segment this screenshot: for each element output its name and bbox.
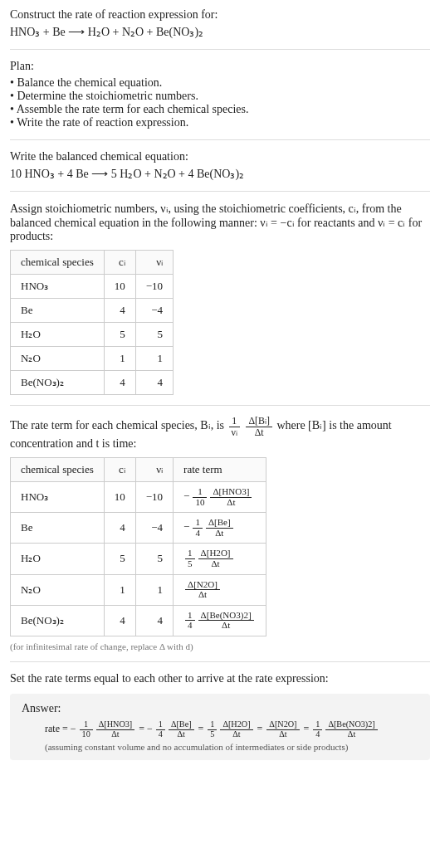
cell-ci: 1 (104, 574, 135, 605)
assign-section: Assign stoichiometric numbers, νᵢ, using… (10, 202, 430, 395)
cell-species: H₂O (11, 323, 105, 347)
table-row: Be4−4 (11, 299, 174, 323)
fraction: 15 (185, 549, 195, 568)
cell-species: N₂O (11, 347, 105, 371)
fraction: 14 (193, 518, 203, 538)
prompt-equation: HNO₃ + Be ⟶ H₂O + N₂O + Be(NO₃)₂ (10, 25, 430, 39)
cell-ci: 5 (104, 544, 135, 574)
cell-vi: 4 (135, 605, 173, 636)
fraction: Δ[HNO3]Δt (96, 720, 135, 739)
th-vi: νᵢ (135, 251, 173, 275)
balanced-heading: Write the balanced chemical equation: (10, 150, 430, 163)
fraction: 14 (185, 611, 195, 631)
rateterm-pre: The rate term for each chemical species,… (10, 419, 227, 432)
fraction: Δ[Be]Δt (169, 720, 194, 739)
fraction: Δ[H2O]Δt (220, 720, 252, 739)
divider (10, 49, 430, 50)
cell-species: N₂O (11, 574, 105, 605)
answer-equation: rate = −110Δ[HNO3]Δt = −14Δ[Be]Δt = 15Δ[… (22, 720, 418, 739)
final-heading: Set the rate terms equal to each other t… (10, 672, 430, 685)
fraction: 14 (313, 720, 322, 739)
fraction: Δ[H2O]Δt (198, 549, 233, 568)
plan-section: Plan: • Balance the chemical equation. •… (10, 60, 430, 129)
fraction: 110 (80, 720, 93, 739)
table-row: Be4−4−14Δ[Be]Δt (11, 513, 266, 544)
cell-ci: 4 (104, 513, 135, 544)
divider (10, 405, 430, 406)
cell-rate-term: −14Δ[Be]Δt (174, 513, 266, 544)
table-row: N₂O11 (11, 347, 174, 371)
rateterm-section: The rate term for each chemical species,… (10, 416, 430, 651)
cell-rate-term: 15Δ[H2O]Δt (174, 544, 266, 574)
rate-term-table: chemical species cᵢ νᵢ rate term HNO₃10−… (10, 457, 266, 636)
divider (10, 139, 430, 140)
cell-vi: 4 (135, 371, 173, 395)
divider (10, 661, 430, 662)
cell-species: Be(NO₃)₂ (11, 371, 105, 395)
table-row: N₂O11Δ[N2O]Δt (11, 574, 266, 605)
answer-box: Answer: rate = −110Δ[HNO3]Δt = −14Δ[Be]Δ… (10, 694, 430, 760)
fraction: 14 (156, 720, 165, 739)
answer-note: (assuming constant volume and no accumul… (22, 742, 418, 752)
cell-vi: 1 (135, 574, 173, 605)
assign-text: Assign stoichiometric numbers, νᵢ, using… (10, 202, 430, 243)
cell-ci: 10 (104, 482, 135, 513)
th-species: chemical species (11, 458, 105, 482)
table-row: Be(NO₃)₂44 (11, 371, 174, 395)
fraction: 15 (208, 720, 217, 739)
plan-item: • Write the rate of reaction expression. (10, 116, 430, 129)
answer-label: Answer: (22, 702, 418, 715)
th-ci: cᵢ (104, 251, 135, 275)
fraction: Δ[Be]Δt (206, 518, 233, 538)
fraction: Δ[N2O]Δt (266, 720, 299, 739)
cell-vi: −4 (135, 299, 173, 323)
fraction: 110 (193, 487, 207, 507)
th-rate-term: rate term (174, 458, 266, 482)
cell-vi: 5 (135, 544, 173, 574)
fraction: Δ[N2O]Δt (185, 580, 220, 600)
rateterm-footnote: (for infinitesimal rate of change, repla… (10, 641, 430, 651)
fraction: Δ[Be(NO3)2]Δt (325, 720, 377, 739)
table-row: H₂O55 (11, 323, 174, 347)
plan-heading: Plan: (10, 60, 430, 73)
cell-species: Be (11, 299, 105, 323)
cell-ci: 1 (104, 347, 135, 371)
th-vi: νᵢ (135, 458, 173, 482)
cell-vi: −10 (135, 482, 173, 513)
cell-vi: 5 (135, 323, 173, 347)
plan-item: • Determine the stoichiometric numbers. (10, 90, 430, 103)
prompt-section: Construct the rate of reaction expressio… (10, 8, 430, 39)
cell-vi: 1 (135, 347, 173, 371)
cell-species: Be(NO₃)₂ (11, 605, 105, 636)
fraction: Δ[Be(NO3)2]Δt (198, 611, 254, 631)
plan-item: • Balance the chemical equation. (10, 76, 430, 90)
cell-ci: 5 (104, 323, 135, 347)
cell-ci: 4 (104, 371, 135, 395)
cell-species: H₂O (11, 544, 105, 574)
cell-species: HNO₃ (11, 275, 105, 299)
cell-ci: 4 (104, 605, 135, 636)
cell-species: HNO₃ (11, 482, 105, 513)
plan-item: • Assemble the rate term for each chemic… (10, 103, 430, 116)
cell-ci: 4 (104, 299, 135, 323)
cell-vi: −4 (135, 513, 173, 544)
one-over-nu: 1 νᵢ (229, 416, 240, 437)
table-row: HNO₃10−10−110Δ[HNO3]Δt (11, 482, 266, 513)
stoich-table: chemical species cᵢ νᵢ HNO₃10−10Be4−4H₂O… (10, 250, 174, 395)
th-ci: cᵢ (104, 458, 135, 482)
table-row: Be(NO₃)₂4414Δ[Be(NO3)2]Δt (11, 605, 266, 636)
cell-ci: 10 (104, 275, 135, 299)
th-species: chemical species (11, 251, 105, 275)
table-row: H₂O5515Δ[H2O]Δt (11, 544, 266, 574)
cell-rate-term: −110Δ[HNO3]Δt (174, 482, 266, 513)
fraction: Δ[HNO3]Δt (210, 487, 252, 507)
table-row: HNO₃10−10 (11, 275, 174, 299)
cell-rate-term: 14Δ[Be(NO3)2]Δt (174, 605, 266, 636)
cell-vi: −10 (135, 275, 173, 299)
balanced-equation: 10 HNO₃ + 4 Be ⟶ 5 H₂O + N₂O + 4 Be(NO₃)… (10, 167, 430, 181)
dB-over-dt: Δ[Bᵢ] Δt (246, 416, 272, 437)
cell-rate-term: Δ[N2O]Δt (174, 574, 266, 605)
balanced-section: Write the balanced chemical equation: 10… (10, 150, 430, 181)
rateterm-text: The rate term for each chemical species,… (10, 416, 430, 451)
cell-species: Be (11, 513, 105, 544)
